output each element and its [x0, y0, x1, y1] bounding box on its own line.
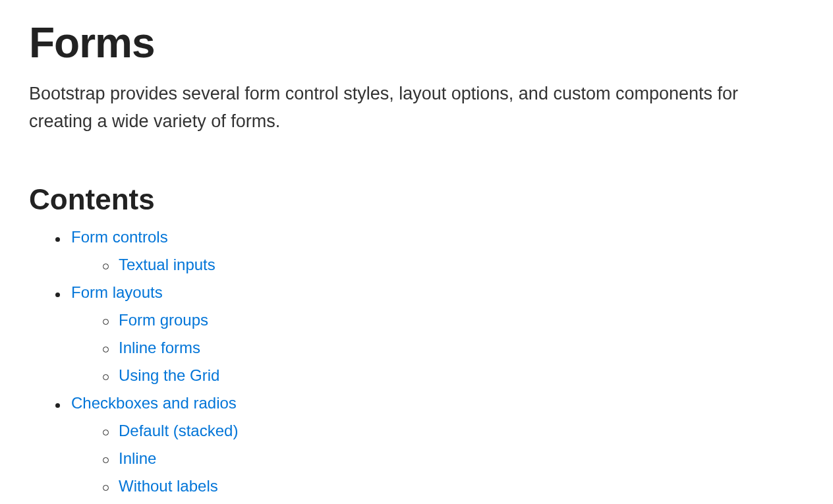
toc-link-without-labels[interactable]: Without labels: [119, 477, 218, 495]
page-lead: Bootstrap provides several form control …: [29, 80, 780, 136]
toc-subitem: Inline forms: [103, 339, 804, 357]
toc-item: Form layouts Form groups Inline forms Us…: [55, 283, 804, 385]
contents-heading: Contents: [29, 183, 804, 216]
toc-link-form-layouts[interactable]: Form layouts: [71, 283, 163, 301]
toc-link-inline-forms[interactable]: Inline forms: [119, 339, 200, 356]
toc-subitem: Using the Grid: [103, 366, 804, 385]
toc-sublist: Textual inputs: [71, 256, 804, 274]
toc-subitem: Default (stacked): [103, 422, 804, 440]
toc-link-form-groups[interactable]: Form groups: [119, 311, 208, 329]
toc-sublist: Form groups Inline forms Using the Grid: [71, 311, 804, 385]
toc-link-using-the-grid[interactable]: Using the Grid: [119, 366, 219, 384]
table-of-contents: Form controls Textual inputs Form layout…: [29, 228, 804, 495]
toc-subitem: Textual inputs: [103, 256, 804, 274]
toc-item: Form controls Textual inputs: [55, 228, 804, 274]
toc-link-default-stacked[interactable]: Default (stacked): [119, 422, 238, 439]
toc-subitem: Form groups: [103, 311, 804, 329]
toc-link-checkboxes-radios[interactable]: Checkboxes and radios: [71, 394, 237, 412]
toc-link-form-controls[interactable]: Form controls: [71, 228, 168, 246]
toc-link-inline[interactable]: Inline: [119, 449, 156, 467]
toc-item: Checkboxes and radios Default (stacked) …: [55, 394, 804, 495]
toc-link-textual-inputs[interactable]: Textual inputs: [119, 256, 215, 273]
toc-subitem: Inline: [103, 449, 804, 468]
page-title: Forms: [29, 18, 804, 67]
toc-sublist: Default (stacked) Inline Without labels: [71, 422, 804, 495]
toc-subitem: Without labels: [103, 477, 804, 495]
